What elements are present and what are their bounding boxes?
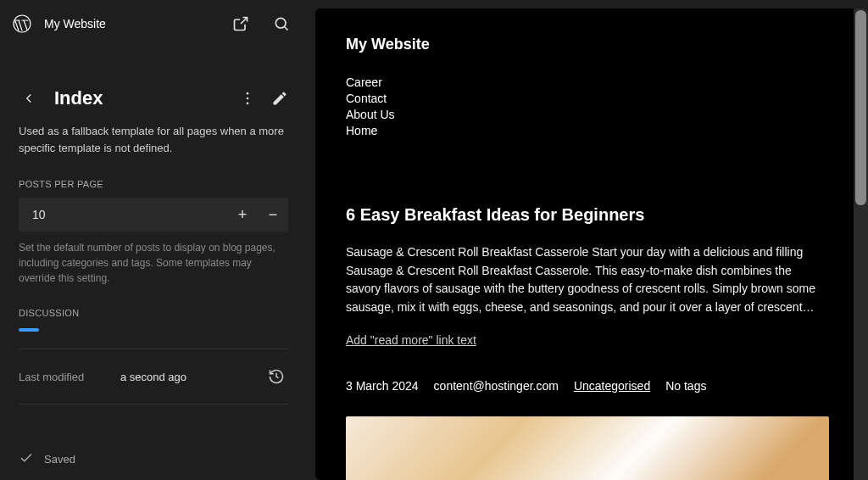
wordpress-logo-icon[interactable] [10,12,34,36]
sidebar: My Website Index [0,0,307,480]
post-meta: 3 March 2024 content@hostinger.com Uncat… [346,379,829,393]
scrollbar-thumb[interactable] [855,10,866,205]
nav-link-career[interactable]: Career [346,75,829,89]
saved-status: Saved [0,438,307,480]
saved-label: Saved [44,453,75,466]
svg-point-4 [247,103,249,105]
edit-icon[interactable] [271,90,288,107]
divider [19,349,288,349]
svg-point-1 [275,18,286,28]
preview-scrollbar[interactable] [854,8,868,480]
last-modified-label: Last modified [19,371,120,383]
search-icon[interactable] [266,8,297,39]
preview-wrap: My Website Career Contact About Us Home … [307,0,868,480]
revision-history-icon[interactable] [264,365,288,388]
increase-button[interactable]: + [227,198,258,232]
open-site-icon[interactable] [225,8,256,39]
svg-point-3 [247,98,249,100]
site-name[interactable]: My Website [44,17,215,31]
post-excerpt[interactable]: Sausage & Crescent Roll Breakfast Casser… [346,243,829,317]
site-preview[interactable]: My Website Career Contact About Us Home … [315,8,860,480]
nav-link-about[interactable]: About Us [346,108,829,121]
post-title[interactable]: 6 Easy Breakfast Ideas for Beginners [346,205,829,225]
back-button[interactable] [19,88,39,109]
nav-link-home[interactable]: Home [346,124,829,137]
panel-title: Index [54,87,239,109]
svg-point-2 [247,92,249,95]
posts-per-page-label: POSTS PER PAGE [19,179,288,189]
discussion-label: DISCUSSION [19,308,288,318]
decrease-button[interactable]: − [258,198,288,232]
last-modified-row: Last modified a second ago [19,363,288,404]
topbar: My Website [0,0,307,47]
read-more-link[interactable]: Add "read more" link text [346,333,476,347]
nav-link-contact[interactable]: Contact [346,92,829,105]
post-tags[interactable]: No tags [665,379,706,393]
post-date[interactable]: 3 March 2024 [346,379,419,393]
posts-per-page-help: Set the default number of posts to displ… [19,240,288,286]
panel-description: Used as a fallback template for all page… [19,123,288,157]
last-modified-value: a second ago [120,371,264,383]
post-author[interactable]: content@hostinger.com [434,379,559,393]
posts-per-page-value[interactable]: 10 [19,208,227,221]
preview-nav: Career Contact About Us Home [346,75,829,137]
more-actions-icon[interactable] [239,90,256,107]
posts-per-page-stepper: 10 + − [19,198,288,232]
featured-image[interactable] [346,416,829,480]
check-icon [19,450,34,468]
template-panel: Index Used as a fallback template for al… [0,47,307,405]
discussion-indicator[interactable] [19,328,39,332]
app-root: My Website Index [0,0,868,480]
preview-site-title[interactable]: My Website [346,36,829,53]
post-category[interactable]: Uncategorised [574,379,650,393]
